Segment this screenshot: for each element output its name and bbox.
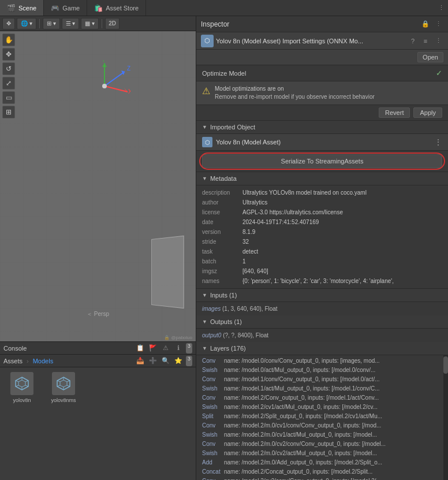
persp-label: ＜ Persp <box>87 310 109 318</box>
metadata-content: description Ultralytics YOLOv8n model tr… <box>196 185 448 289</box>
imported-object-arrow: ▼ <box>202 124 207 130</box>
layers-section-header[interactable]: ▼ Layers (176) <box>196 342 448 355</box>
meta-key: names <box>202 277 242 285</box>
assets-import-btn[interactable]: 📥 <box>135 356 145 366</box>
scroll-indicator[interactable] <box>443 355 448 480</box>
assets-star-btn[interactable]: ⭐ <box>173 356 184 366</box>
layer-detail: name: /model.1/act/Mul_output_0, inputs:… <box>224 385 380 393</box>
toolbar-sep-1 <box>39 19 40 28</box>
tool-scale[interactable]: ⤢ <box>2 77 15 90</box>
console-clear-btn[interactable]: 📋 <box>135 343 145 354</box>
main-area: ✥ 🌐 ▾ ⊞ ▾ ☰ ▾ ▦ ▾ 2D ✋ ✥ ↺ ⤢ ▭ ⊞ <box>0 16 448 480</box>
inputs-content: images (1, 3, 640, 640), Float <box>196 302 448 315</box>
meta-val: 1 <box>242 257 246 266</box>
layer-detail: name: /model.2/cv2/conv/Conv_output_0, i… <box>224 477 381 480</box>
layer-row: Conv name: /model.2/cv2/conv/Conv_output… <box>196 477 448 480</box>
warning-line1: Model optimizations are on <box>215 85 375 93</box>
toolbar-btn-render[interactable]: ▦ ▾ <box>81 18 99 29</box>
layer-row: Add name: /model.2/m.0/Add_output_0, inp… <box>196 458 448 467</box>
inspector-header: Inspector 🔒 ⋮ <box>196 16 448 32</box>
assets-bar: Assets › Models 📥 ➕ 🔍 ⭐ 3 <box>0 355 196 367</box>
tool-move[interactable]: ✥ <box>2 48 15 61</box>
layer-row: Conv name: /model.0/conv/Conv_output_0, … <box>196 356 448 366</box>
tool-rect[interactable]: ▭ <box>2 91 15 104</box>
tool-hand[interactable]: ✋ <box>2 34 15 46</box>
optimize-model-row: Optimize Model ✓ <box>196 65 448 81</box>
tab-game-label: Game <box>62 5 80 12</box>
layer-detail: name: /model.2/Concat_output_0, inputs: … <box>224 468 372 476</box>
imported-obj-name: Yolov 8n (Model Asset) <box>216 139 431 146</box>
metadata-row: version 8.1.9 <box>202 227 442 237</box>
revert-button[interactable]: Revert <box>379 107 410 118</box>
open-button[interactable]: Open <box>417 52 443 62</box>
apply-button[interactable]: Apply <box>413 107 442 118</box>
layer-type: Conv <box>202 477 224 480</box>
outputs-arrow: ▼ <box>202 319 207 325</box>
svg-line-3 <box>104 86 128 92</box>
metadata-row: names {0: 'person', 1: 'bicycle', 2: 'ca… <box>202 276 442 286</box>
imported-object-section-header[interactable]: ▼ Imported Object <box>196 121 448 134</box>
inspector-more-btn[interactable]: ⋮ <box>433 19 443 29</box>
metadata-section-header[interactable]: ▼ Metadata <box>196 172 448 185</box>
layer-row: Swish name: /model.2/m.0/cv1/act/Mul_out… <box>196 430 448 440</box>
imported-obj-menu-btn[interactable]: ⋮ <box>434 137 442 147</box>
asset-label-yolov8n: yolov8n <box>13 397 31 403</box>
tab-game[interactable]: 🎮 Game <box>44 0 87 16</box>
inspector-settings-btn[interactable]: ⋮ <box>433 36 443 46</box>
outputs-section-header[interactable]: ▼ Outputs (1) <box>196 315 448 329</box>
tab-menu[interactable]: ⋮ <box>435 0 448 16</box>
assets-add-btn[interactable]: ➕ <box>148 356 158 366</box>
layer-type: Split <box>202 412 224 421</box>
inputs-section-header[interactable]: ▼ Inputs (1) <box>196 289 448 302</box>
inspector-options-btn[interactable]: ≡ <box>420 36 431 46</box>
inspector-panel-title: Inspector <box>201 20 229 28</box>
tab-scene[interactable]: 🎬 Scene <box>0 0 44 16</box>
scene-viewport[interactable]: ✋ ✥ ↺ ⤢ ▭ ⊞ Z X <box>0 31 196 341</box>
layer-row: Swish name: /model.2/cv1/act/Mul_output_… <box>196 403 448 412</box>
scene-background: ✋ ✥ ↺ ⤢ ▭ ⊞ Z X <box>0 31 196 341</box>
asset-label-yolov8nms: yolov8nms <box>51 397 76 403</box>
input-key: images <box>202 306 222 312</box>
toolbar-btn-grid[interactable]: ⊞ ▾ <box>43 18 60 29</box>
tab-asset-store[interactable]: 🛍️ Asset Store <box>87 0 146 16</box>
meta-val: {0: 'person', 1: 'bicycle', 2: 'car', 3:… <box>242 277 394 285</box>
input-val: (1, 3, 640, 640), Float <box>222 306 278 312</box>
toolbar-btn-move[interactable]: ✥ <box>2 18 15 29</box>
layer-type: Swish <box>202 403 224 411</box>
meta-val: Ultralytics <box>242 198 267 207</box>
meta-val: 2024-04-19T17:41:52.407169 <box>242 218 319 226</box>
output-val: (?, ?, 8400), Float <box>223 332 268 338</box>
serialize-button[interactable]: Serialize To StreamingAssets <box>202 154 442 168</box>
tool-combine[interactable]: ⊞ <box>2 106 15 118</box>
layer-row: Conv name: /model.2/m.0/cv1/conv/Conv_ou… <box>196 421 448 430</box>
asset-item-yolov8nms[interactable]: yolov8nms <box>46 372 81 475</box>
layer-detail: name: /model.2/m.0/cv2/conv/Conv_output_… <box>224 440 386 448</box>
asset-item-yolov8n[interactable]: yolov8n <box>5 372 39 475</box>
layer-type: Swish <box>202 431 224 439</box>
inputs-title: Inputs (1) <box>210 292 237 299</box>
toolbar-btn-view[interactable]: ☰ ▾ <box>62 18 80 29</box>
layer-type: Conv <box>202 440 224 448</box>
imported-object-header: ⬡ Yolov 8n (Model Asset) ⋮ <box>196 134 448 151</box>
scene-toolbar: ✥ 🌐 ▾ ⊞ ▾ ☰ ▾ ▦ ▾ 2D <box>0 16 196 31</box>
toolbar-btn-global[interactable]: 🌐 ▾ <box>17 18 36 29</box>
inspector-help-btn[interactable]: ? <box>408 36 418 46</box>
imported-object-title: Imported Object <box>210 124 255 131</box>
serialize-row: Serialize To StreamingAssets <box>196 151 448 172</box>
tool-rotate[interactable]: ↺ <box>2 62 15 75</box>
meta-key: imgsz <box>202 267 242 276</box>
bottom-panel: Console 📋 🚩 ⚠ ℹ 3 Assets › Models 📥 <box>0 341 196 480</box>
asset-icon-yolov8n <box>10 372 33 395</box>
inspector-lock-btn[interactable]: 🔒 <box>420 19 431 29</box>
layer-row: Conv name: /model.2/m.0/cv2/conv/Conv_ou… <box>196 440 448 449</box>
console-flag-btn[interactable]: 🚩 <box>148 343 158 354</box>
model-asset-icon: ⬡ <box>201 35 214 47</box>
layer-type: Conv <box>202 357 224 365</box>
console-warning-btn[interactable]: ⚠ <box>160 343 171 354</box>
assets-filter-btn[interactable]: 🔍 <box>160 356 171 366</box>
toolbar-2d-btn[interactable]: 2D <box>105 18 120 29</box>
console-info-btn[interactable]: ℹ <box>173 343 184 354</box>
assets-content: yolov8n <box>0 367 196 480</box>
breadcrumb: Models <box>33 358 53 364</box>
inspector-header-icons: 🔒 ⋮ <box>420 19 443 29</box>
